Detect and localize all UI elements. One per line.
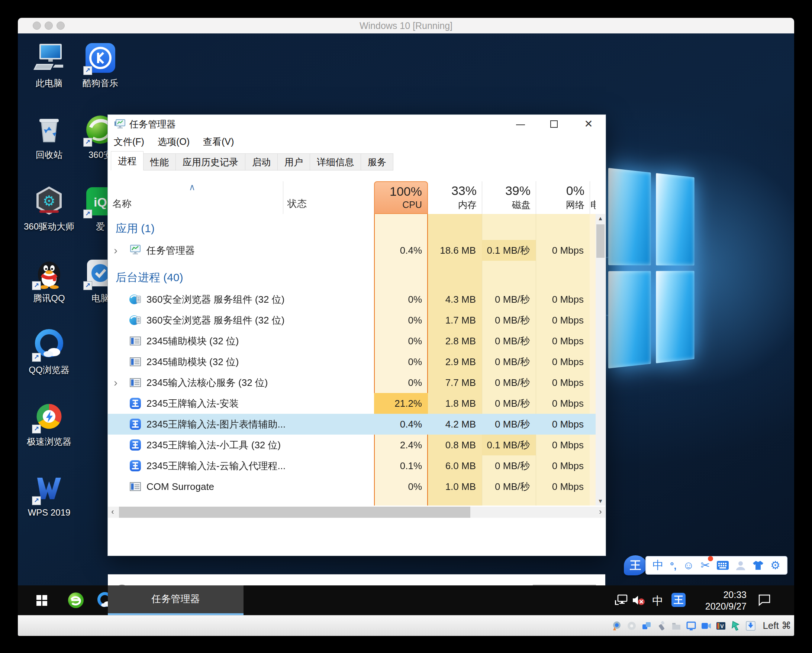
tm-close-button[interactable]: ✕	[575, 115, 601, 133]
column-disk[interactable]: 39% 磁盘	[482, 181, 536, 214]
column-cpu[interactable]: 100% CPU	[374, 181, 428, 214]
process-row[interactable]: 2345辅助模块 (32 位)0%2.8 MB0 MB/秒0 Mbps	[108, 330, 595, 352]
taskbar-active-task[interactable]: 任务管理器	[108, 585, 244, 615]
disk-value: 0 MB/秒	[482, 372, 536, 393]
ime-keyboard-icon[interactable]	[716, 560, 729, 570]
usb-status-icon[interactable]	[656, 621, 667, 631]
scroll-left-icon[interactable]: ‹	[108, 507, 118, 518]
host-key-icon[interactable]	[745, 621, 756, 631]
optical-disc-icon[interactable]	[626, 621, 637, 631]
expander-icon[interactable]: ›	[114, 372, 118, 393]
display-status-icon[interactable]	[686, 621, 696, 631]
start-button[interactable]	[37, 595, 47, 606]
tab-性能[interactable]: 性能	[143, 154, 176, 170]
shared-folder-icon[interactable]	[671, 621, 682, 631]
desktop-icon-recycle-bin[interactable]: 回收站	[23, 113, 75, 161]
horizontal-scrollbar[interactable]: ‹ ›	[108, 507, 605, 518]
volume-muted-tray-icon[interactable]	[632, 594, 646, 608]
language-indicator[interactable]: 中	[652, 594, 663, 609]
desktop[interactable]: 此电脑↗酷狗音乐回收站↗360安⚙360驱动大师iQ↗爱↗腾讯QQ↗电脑↗QQ浏…	[18, 33, 794, 585]
ime-punctuation-icon[interactable]: °,	[670, 557, 677, 574]
column-name[interactable]: 名称	[112, 197, 131, 210]
desktop-icon-qq-browser[interactable]: ↗QQ浏览器	[23, 327, 75, 376]
close-icon: ✕	[584, 118, 593, 129]
disk-value: 0.1 MB/秒	[482, 240, 536, 261]
hdd-status-icon[interactable]	[612, 621, 622, 631]
process-name-cell[interactable]: 2345辅助模块 (32 位)	[108, 352, 283, 372]
process-name-cell[interactable]: 2345王牌输入法-云输入代理程...	[108, 455, 283, 476]
menu-item-0[interactable]: 文件(F)	[114, 133, 144, 150]
task-manager-titlebar[interactable]: 任务管理器 ✕	[108, 115, 606, 133]
vertical-scroll-thumb[interactable]	[596, 224, 604, 258]
process-row[interactable]: ›任务管理器0.4%18.6 MB0.1 MB/秒0 Mbps	[108, 240, 595, 261]
360-browser-taskbar-icon[interactable]	[67, 591, 85, 609]
clock-time: 20:33	[705, 589, 746, 601]
cpu-value: 0.1%	[374, 455, 428, 476]
column-power-partial[interactable]: 电	[591, 199, 595, 211]
process-name-cell[interactable]: 2345王牌输入法-图片表情辅助...	[108, 414, 283, 435]
minimize-icon	[516, 125, 525, 125]
horizontal-scroll-thumb[interactable]	[119, 507, 470, 518]
scroll-down-icon[interactable]: ▼	[595, 497, 605, 505]
process-row[interactable]: 2345王牌输入法-图片表情辅助...0.4%4.2 MB0 MB/秒0 Mbp…	[108, 414, 595, 435]
process-name-cell[interactable]: ›任务管理器	[108, 240, 283, 261]
process-row[interactable]: 360安全浏览器 服务组件 (32 位)0%1.7 MB0 MB/秒0 Mbps	[108, 310, 595, 330]
ime-user-icon[interactable]	[736, 560, 746, 571]
process-row[interactable]: 2345王牌输入法-安装21.2%1.8 MB0 MB/秒0 Mbps	[108, 393, 595, 414]
process-row[interactable]: ›2345输入法核心服务 (32 位)0%7.7 MB0 MB/秒0 Mbps	[108, 372, 595, 393]
tab-启动[interactable]: 启动	[245, 154, 278, 170]
tab-应用历史记录[interactable]: 应用历史记录	[176, 154, 246, 170]
keyboard-status-icon[interactable]: V	[716, 621, 726, 631]
ime-tray-icon[interactable]: 王	[672, 593, 685, 607]
desktop-icon-360-driver-master[interactable]: ⚙360驱动大师	[23, 184, 75, 233]
ime-screenshot-icon[interactable]: ✂	[701, 557, 710, 574]
tm-minimize-button[interactable]	[508, 115, 534, 133]
svg-text:⚙: ⚙	[43, 193, 55, 209]
cpu-value: 0%	[374, 310, 428, 330]
desktop-icon-this-pc[interactable]: 此电脑	[23, 41, 75, 89]
module-process-icon	[129, 480, 142, 493]
scroll-right-icon[interactable]: ›	[595, 507, 605, 518]
network-tray-icon[interactable]	[614, 594, 627, 608]
tab-用户[interactable]: 用户	[277, 154, 310, 170]
ime-logo[interactable]: 王	[624, 555, 647, 575]
column-memory[interactable]: 33% 内存	[428, 181, 482, 214]
ime-lang-zh-icon[interactable]: 中	[652, 557, 664, 574]
column-status[interactable]: 状态	[287, 197, 307, 210]
ime-settings-icon[interactable]: ⚙	[770, 557, 780, 574]
menu-item-1[interactable]: 选项(O)	[158, 133, 189, 150]
mouse-integration-icon[interactable]	[731, 621, 741, 631]
column-network[interactable]: 0% 网络	[536, 181, 590, 214]
process-name-cell[interactable]: ›2345输入法核心服务 (32 位)	[108, 372, 283, 393]
tab-服务[interactable]: 服务	[361, 154, 393, 170]
vertical-scrollbar[interactable]: ▲ ▼	[595, 214, 605, 505]
action-center-icon[interactable]	[758, 594, 771, 608]
menu-item-2[interactable]: 查看(V)	[203, 133, 234, 150]
process-row[interactable]: 2345王牌输入法-小工具 (32 位)2.4%0.8 MB0.1 MB/秒0 …	[108, 435, 595, 455]
tm-maximize-button[interactable]	[541, 115, 567, 133]
vm-titlebar[interactable]: Windows 10 [Running]	[18, 18, 794, 34]
process-name-cell[interactable]: 2345王牌输入法-小工具 (32 位)	[108, 435, 283, 455]
process-row[interactable]: 360安全浏览器 服务组件 (32 位)0%4.3 MB0 MB/秒0 Mbps	[108, 289, 595, 310]
desktop-icon-tencent-qq[interactable]: ↗腾讯QQ	[23, 256, 75, 304]
tab-详细信息[interactable]: 详细信息	[310, 154, 361, 170]
process-row[interactable]: 2345王牌输入法-云输入代理程...0.1%6.0 MB0 MB/秒0 Mbp…	[108, 455, 595, 476]
expander-icon[interactable]: ›	[114, 240, 118, 261]
process-name-cell[interactable]: 360安全浏览器 服务组件 (32 位)	[108, 310, 283, 330]
video-capture-icon[interactable]	[701, 621, 711, 631]
process-row[interactable]: COM Surrogate0%1.0 MB0 MB/秒0 Mbps	[108, 476, 595, 497]
desktop-icon-speed-browser[interactable]: ↗极速浏览器	[23, 399, 75, 448]
ime-skin-icon[interactable]	[752, 560, 764, 571]
tab-进程[interactable]: 进程	[111, 151, 143, 170]
process-name-cell[interactable]: 2345辅助模块 (32 位)	[108, 330, 283, 352]
ime-emoji-icon[interactable]: ☺	[683, 557, 694, 574]
process-row[interactable]: 2345辅助模块 (32 位)0%2.9 MB0 MB/秒0 Mbps	[108, 352, 595, 372]
process-name-cell[interactable]: 360安全浏览器 服务组件 (32 位)	[108, 289, 283, 310]
process-name-cell[interactable]: COM Surrogate	[108, 476, 283, 497]
network-status-icon[interactable]	[641, 621, 652, 631]
taskbar-clock[interactable]: 20:33 2020/9/27	[705, 589, 746, 612]
process-name-cell[interactable]: 2345王牌输入法-安装	[108, 393, 283, 414]
desktop-icon-wps-2019[interactable]: ↗WPS 2019	[23, 471, 75, 518]
desktop-icon-kugou-music[interactable]: ↗酷狗音乐	[74, 41, 127, 89]
scroll-up-icon[interactable]: ▲	[595, 214, 605, 223]
